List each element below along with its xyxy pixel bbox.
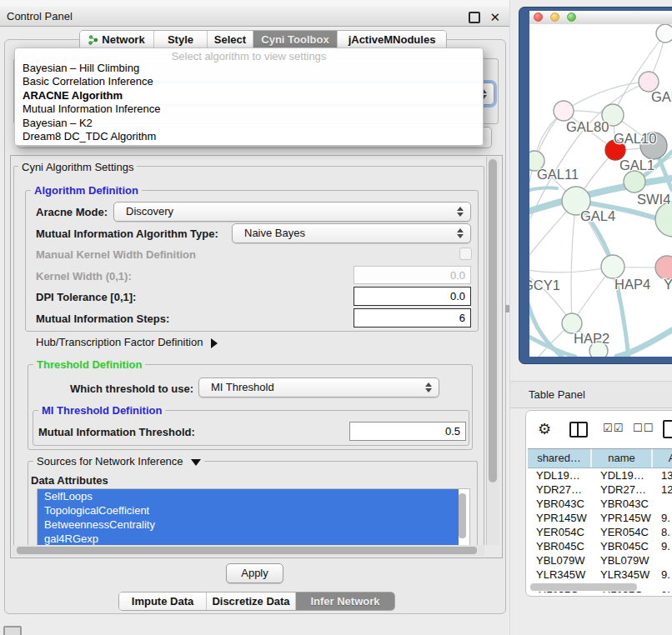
- network-node[interactable]: [655, 202, 672, 237]
- attribute-list-scrollbar[interactable]: [459, 493, 466, 538]
- dropdown-prompt: Select algorithm to view settings: [15, 50, 483, 62]
- dpi-tolerance-field[interactable]: 0.0: [354, 287, 471, 306]
- network-canvas[interactable]: GAL7GAL80GAL10GAL1GAL11SWI4GAL4GCY1HAP4Y…: [529, 24, 672, 357]
- scrollbar-thumb[interactable]: [530, 583, 637, 591]
- tab-network[interactable]: Network: [80, 31, 154, 49]
- table-cell[interactable]: YBL079W: [528, 553, 592, 568]
- close-panel-icon[interactable]: ✕: [489, 8, 500, 27]
- aracne-mode-combo[interactable]: Discovery: [113, 202, 471, 222]
- scrollbar-thumb[interactable]: [489, 159, 497, 482]
- attribute-item[interactable]: SelfLoops: [38, 489, 459, 503]
- table-row[interactable]: YLR345WYLR345W9.: [528, 568, 672, 582]
- column-header-name[interactable]: name: [592, 449, 653, 468]
- sheet-icon[interactable]: [663, 420, 672, 438]
- table-cell[interactable]: YDL19…: [592, 468, 653, 482]
- split-pane-icon[interactable]: [569, 422, 588, 438]
- split-pane-handle[interactable]: [505, 305, 509, 312]
- settings-horizontal-scrollbar[interactable]: [12, 545, 484, 556]
- traffic-zoom-icon[interactable]: [567, 12, 576, 22]
- network-window-titlebar[interactable]: [529, 11, 672, 25]
- dropdown-item[interactable]: Bayesian – K2: [15, 117, 483, 130]
- mi-threshold-field[interactable]: 0.5: [349, 422, 466, 441]
- table-cell[interactable]: 9.: [653, 511, 672, 525]
- unchecked-pair-icon[interactable]: ☐☐: [633, 422, 654, 434]
- network-node[interactable]: [655, 256, 672, 279]
- scrollbar-thumb[interactable]: [17, 547, 477, 554]
- hub-definition-expander[interactable]: Hub/Transcription Factor Definition: [36, 336, 218, 348]
- mi-type-label: Mutual Information Algorithm Type:: [36, 228, 218, 240]
- apply-button[interactable]: Apply: [226, 563, 283, 583]
- gear-icon[interactable]: ⚙: [538, 420, 551, 438]
- table-cell[interactable]: 12: [653, 482, 672, 497]
- column-header-A[interactable]: A: [653, 449, 672, 468]
- table-cell[interactable]: 9.: [653, 539, 672, 553]
- tab-infer-network[interactable]: Infer Network: [296, 592, 394, 610]
- checked-pair-icon[interactable]: ☑☑: [603, 422, 624, 434]
- traffic-minimize-icon[interactable]: [550, 12, 559, 22]
- mi-steps-field[interactable]: 6: [354, 308, 471, 328]
- dropdown-item[interactable]: Bayesian – Hill Climbing: [15, 62, 483, 75]
- tab-discretize-data[interactable]: Discretize Data: [207, 592, 296, 610]
- table-cell[interactable]: YDR27…: [528, 482, 592, 497]
- table-cell[interactable]: YBR045C: [592, 539, 653, 553]
- dropdown-item[interactable]: Dream8 DC_TDC Algorithm: [15, 130, 483, 143]
- table-horizontal-scrollbar[interactable]: [528, 582, 672, 592]
- dropdown-item[interactable]: Mutual Information Inference: [15, 102, 483, 116]
- traffic-close-icon[interactable]: [534, 12, 543, 22]
- table-cell[interactable]: YBR043C: [592, 497, 653, 511]
- table-cell[interactable]: YBL079W: [592, 553, 653, 568]
- table-row[interactable]: YPR145WYPR145W9.: [528, 511, 672, 525]
- network-node[interactable]: [601, 255, 624, 278]
- minimized-panel-icon[interactable]: [3, 626, 22, 635]
- network-edge[interactable]: [571, 201, 576, 323]
- column-header-shared…[interactable]: shared…: [528, 449, 592, 468]
- float-panel-icon[interactable]: [469, 12, 480, 23]
- network-node[interactable]: [656, 24, 672, 42]
- table-row[interactable]: YBR043CYBR043C: [528, 497, 672, 511]
- tab-cyni-toolbox[interactable]: Cyni Toolbox: [253, 31, 338, 49]
- tab-select[interactable]: Select: [208, 31, 253, 49]
- dropdown-item[interactable]: ARACNE Algorithm: [15, 89, 483, 102]
- table-cell[interactable]: YPR145W: [592, 511, 653, 525]
- table-cell[interactable]: [653, 497, 672, 511]
- table-row[interactable]: YER054CYER054C8.: [528, 525, 672, 539]
- table-cell[interactable]: 13: [653, 468, 672, 482]
- sources-title: Sources for Network Inference: [37, 455, 183, 468]
- network-edge-highlighted[interactable]: [529, 330, 575, 357]
- manual-kernel-checkbox[interactable]: [459, 248, 472, 260]
- network-node[interactable]: [624, 171, 645, 192]
- kernel-width-field[interactable]: 0.0: [354, 266, 471, 284]
- which-threshold-combo[interactable]: MI Threshold: [198, 378, 439, 398]
- network-node[interactable]: [554, 101, 574, 121]
- network-graph[interactable]: GAL7GAL80GAL10GAL1GAL11SWI4GAL4GCY1HAP4Y…: [529, 24, 672, 357]
- table-cell[interactable]: YBR045C: [528, 539, 592, 553]
- sources-expander[interactable]: Sources for Network Inference: [33, 455, 204, 468]
- settings-vertical-scrollbar[interactable]: [486, 157, 499, 545]
- table-cell[interactable]: YBR043C: [528, 497, 592, 511]
- attribute-item[interactable]: BetweennessCentrality: [38, 518, 459, 532]
- tab-impute-data[interactable]: Impute Data: [119, 592, 207, 610]
- table-row[interactable]: YDR27…YDR27…12: [528, 482, 672, 497]
- attribute-item[interactable]: gal4RGexp: [38, 532, 459, 546]
- table-cell[interactable]: YDL19…: [528, 468, 592, 482]
- tab-jactivemnodules[interactable]: jActiveMNodules: [338, 31, 446, 49]
- table-cell[interactable]: 9.: [653, 568, 672, 582]
- data-attributes-list[interactable]: SelfLoopsTopologicalCoefficientBetweenne…: [37, 488, 470, 548]
- table-cell[interactable]: YLR345W: [528, 568, 592, 582]
- table-row[interactable]: YBR045CYBR045C9.: [528, 539, 672, 553]
- table-cell[interactable]: [653, 553, 672, 568]
- table-row[interactable]: YBL079WYBL079W: [528, 553, 672, 568]
- table-cell[interactable]: 8.: [653, 525, 672, 539]
- which-threshold-label: Which threshold to use:: [70, 382, 193, 395]
- table-cell[interactable]: YDR27…: [592, 482, 653, 497]
- table-row[interactable]: YDL19…YDL19…13: [528, 468, 672, 482]
- tab-style[interactable]: Style: [154, 31, 208, 49]
- table-cell[interactable]: YER054C: [592, 525, 653, 539]
- dropdown-item[interactable]: Basic Correlation Inference: [15, 75, 483, 88]
- table-cell[interactable]: YLR345W: [592, 568, 653, 582]
- table-cell[interactable]: YER054C: [528, 525, 592, 539]
- table-panel-titlebar: Table Panel: [510, 381, 672, 408]
- attribute-item[interactable]: TopologicalCoefficient: [38, 503, 459, 518]
- table-cell[interactable]: YPR145W: [528, 511, 592, 525]
- mi-algorithm-type-combo[interactable]: Naive Bayes: [232, 223, 471, 243]
